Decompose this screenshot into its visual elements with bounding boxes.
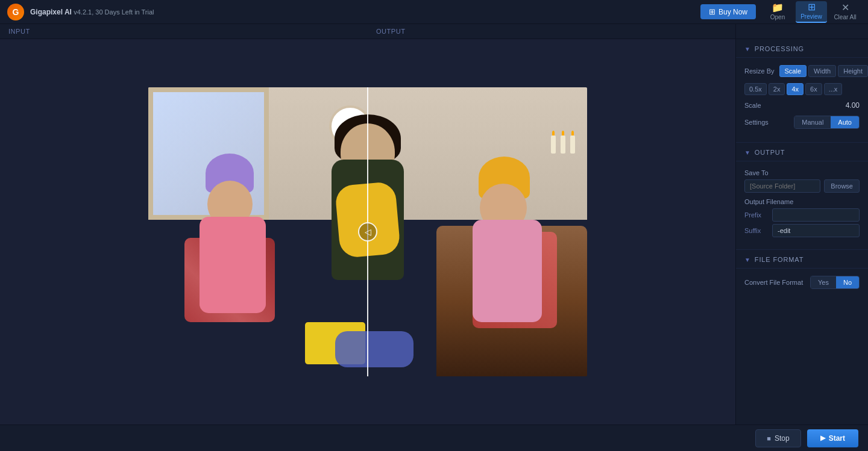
scale-custom-btn[interactable]: ...x — [824, 83, 843, 95]
right-panel: ▼ PROCESSING Resize By Scale Width Heigh… — [735, 39, 868, 425]
app-logo: G — [7, 4, 24, 20]
panels-header: INPUT OUTPUT — [0, 24, 868, 39]
stop-button[interactable]: Stop — [755, 429, 800, 447]
topbar-actions: 📁 Open ⊞ Preview ✕ Clear All — [762, 1, 861, 23]
scale-2x-btn[interactable]: 2x — [769, 83, 785, 95]
main-content: ◁ ▼ PROCESSING Resize By Scale Width Hei… — [0, 39, 868, 425]
processing-chevron: ▼ — [744, 46, 751, 52]
file-format-chevron: ▼ — [744, 257, 751, 263]
candles — [551, 135, 575, 154]
convert-yes-btn[interactable]: Yes — [811, 276, 836, 288]
image-area: ◁ — [0, 39, 735, 425]
candle-3 — [570, 135, 575, 154]
preview-button[interactable]: ⊞ Preview — [796, 1, 827, 23]
image-container: ◁ — [148, 87, 587, 376]
open-button[interactable]: 📁 Open — [762, 1, 793, 23]
child-left — [197, 160, 275, 340]
resize-width-btn[interactable]: Width — [808, 65, 836, 77]
scale-value: 4.00 — [846, 101, 860, 110]
output-tab-label: OUTPUT — [368, 24, 735, 39]
clear-all-button[interactable]: ✕ Clear All — [829, 1, 861, 23]
resize-by-row: Resize By Scale Width Height — [744, 65, 860, 77]
prefix-row: Prefix — [744, 208, 860, 222]
candle-1 — [551, 135, 556, 154]
scale-4x-btn[interactable]: 4x — [787, 83, 804, 95]
settings-label: Settings — [744, 119, 769, 126]
prefix-label: Prefix — [744, 211, 769, 219]
body-child-left — [200, 217, 266, 313]
child-right — [467, 160, 551, 352]
file-format-section-body: Convert File Format Yes No — [736, 269, 868, 302]
convert-label: Convert File Format — [744, 279, 803, 286]
settings-row: Settings Manual Auto — [744, 116, 860, 129]
suffix-input[interactable] — [772, 224, 860, 237]
convert-toggle: Yes No — [810, 276, 860, 289]
output-chevron: ▼ — [744, 149, 751, 156]
buy-now-button[interactable]: Buy Now — [700, 4, 756, 19]
suffix-row: Suffix — [744, 224, 860, 237]
preview-icon: ⊞ — [808, 2, 816, 12]
input-tab-label: INPUT — [0, 24, 368, 39]
processing-section-body: Resize By Scale Width Height 0.5x 2x 4x … — [736, 58, 868, 142]
scale-preset-buttons: 0.5x 2x 4x 6x ...x — [744, 83, 842, 95]
resize-height-btn[interactable]: Height — [838, 65, 868, 77]
file-format-section-header: ▼ FILE FORMAT — [736, 250, 868, 269]
suffix-label: Suffix — [744, 227, 769, 234]
convert-no-btn[interactable]: No — [836, 276, 859, 288]
filename-row: Output Filename Prefix Suffix — [744, 198, 860, 237]
scale-label: Scale — [744, 102, 761, 109]
convert-file-format-row: Convert File Format Yes No — [744, 276, 860, 289]
scale-6x-btn[interactable]: 6x — [805, 83, 822, 95]
save-to-label: Save To — [744, 169, 769, 176]
image-panel: ◁ — [0, 39, 735, 425]
clear-icon: ✕ — [841, 3, 849, 13]
browse-button[interactable]: Browse — [824, 179, 860, 193]
scale-value-row: Scale 4.00 — [744, 101, 860, 110]
output-section-body: Save To Browse Output Filename Prefix Su… — [736, 161, 868, 249]
topbar: G Gigapixel AI v4.2.1, 30 Days Left in T… — [0, 0, 868, 24]
resize-by-label: Resize By — [744, 67, 775, 75]
folder-icon: 📁 — [772, 3, 784, 13]
scale-presets-row: 0.5x 2x 4x 6x ...x — [744, 83, 860, 95]
resize-scale-btn[interactable]: Scale — [779, 65, 807, 77]
split-handle[interactable]: ◁ — [358, 222, 377, 241]
resize-by-buttons: Scale Width Height — [779, 65, 868, 77]
settings-auto-btn[interactable]: Auto — [831, 116, 859, 128]
scale-05x-btn[interactable]: 0.5x — [744, 83, 767, 95]
body-child-right — [473, 220, 542, 322]
save-to-input-row: Browse — [744, 179, 860, 193]
settings-toggle: Manual Auto — [794, 116, 860, 129]
bottom-bar: Stop Start — [0, 425, 868, 451]
prefix-input[interactable] — [772, 208, 860, 222]
processing-section-header: ▼ PROCESSING — [736, 39, 868, 58]
knit-pile — [335, 331, 414, 367]
start-button[interactable]: Start — [807, 429, 858, 447]
output-section-header: ▼ OUTPUT — [736, 143, 868, 161]
candle-2 — [561, 135, 565, 154]
right-panel-spacer — [735, 24, 868, 39]
save-to-input[interactable] — [744, 179, 820, 193]
output-filename-label: Output Filename — [744, 198, 793, 205]
settings-manual-btn[interactable]: Manual — [794, 116, 831, 128]
save-to-row: Save To Browse — [744, 169, 860, 193]
app-title: Gigapixel AI v4.2.1, 30 Days Left in Tri… — [30, 8, 694, 16]
